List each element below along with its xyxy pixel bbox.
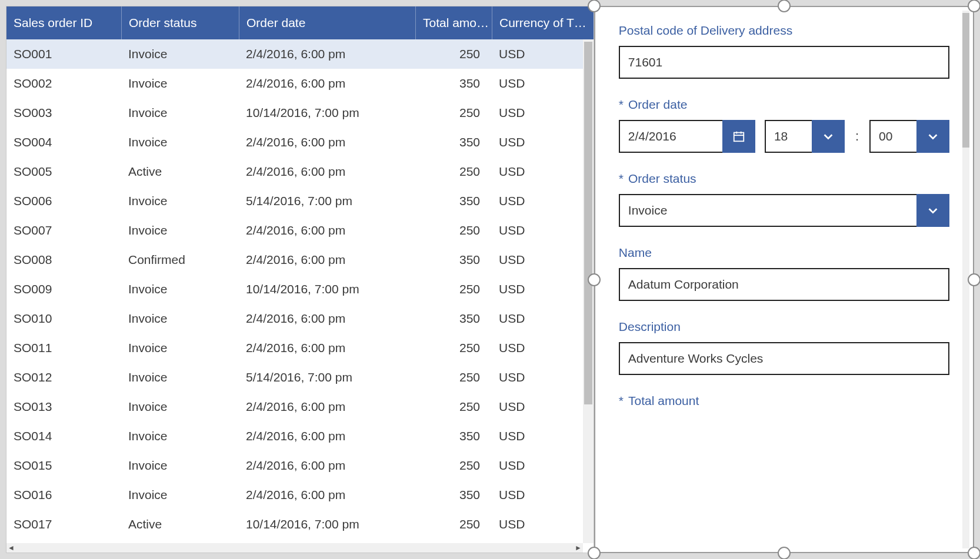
cell-id: SO004 <box>6 135 121 149</box>
table-vertical-scrollbar[interactable] <box>583 39 594 543</box>
column-header-status[interactable]: Order status <box>121 6 239 39</box>
cell-amount: 250 <box>415 370 492 384</box>
table-row[interactable]: SO010Invoice2/4/2016, 6:00 pm350USD <box>6 304 594 333</box>
table-row[interactable]: SO007Invoice2/4/2016, 6:00 pm250USD <box>6 216 594 245</box>
cell-status: Invoice <box>121 47 239 61</box>
table-row[interactable]: SO011Invoice2/4/2016, 6:00 pm250USD <box>6 333 594 363</box>
cell-date: 2/4/2016, 6:00 pm <box>239 135 415 149</box>
minute-dropdown[interactable]: 00 <box>869 120 949 153</box>
cell-currency: USD <box>492 194 594 208</box>
cell-currency: USD <box>492 429 594 443</box>
column-header-id[interactable]: Sales order ID <box>6 6 121 39</box>
table-row[interactable]: SO002Invoice2/4/2016, 6:00 pm350USD <box>6 69 594 98</box>
cell-date: 2/4/2016, 6:00 pm <box>239 47 415 61</box>
cell-id: SO012 <box>6 370 121 384</box>
cell-currency: USD <box>492 106 594 120</box>
cell-date: 5/14/2016, 7:00 pm <box>239 370 415 384</box>
scroll-right-icon[interactable]: ► <box>574 544 583 552</box>
resize-handle[interactable] <box>588 0 601 12</box>
order-date-input[interactable]: 2/4/2016 <box>619 120 755 153</box>
resize-handle[interactable] <box>588 273 601 286</box>
cell-id: SO006 <box>6 194 121 208</box>
resize-handle[interactable] <box>968 0 980 12</box>
cell-date: 2/4/2016, 6:00 pm <box>239 253 415 267</box>
cell-date: 2/4/2016, 6:00 pm <box>239 400 415 414</box>
table-row[interactable]: SO003Invoice10/14/2016, 7:00 pm250USD <box>6 98 594 128</box>
cell-currency: USD <box>492 400 594 414</box>
cell-date: 2/4/2016, 6:00 pm <box>239 312 415 326</box>
description-input[interactable]: Adventure Works Cycles <box>619 342 949 375</box>
calendar-icon[interactable] <box>722 120 755 153</box>
column-header-currency[interactable]: Currency of T… <box>492 6 594 39</box>
cell-amount: 350 <box>415 253 492 267</box>
cell-status: Invoice <box>121 194 239 208</box>
cell-amount: 250 <box>415 282 492 296</box>
chevron-down-icon[interactable] <box>812 120 845 153</box>
cell-date: 10/14/2016, 7:00 pm <box>239 106 415 120</box>
scrollbar-thumb[interactable] <box>584 42 592 404</box>
resize-handle[interactable] <box>588 547 601 559</box>
cell-currency: USD <box>492 223 594 237</box>
order-status-dropdown[interactable]: Invoice <box>619 194 949 227</box>
cell-currency: USD <box>492 135 594 149</box>
table-row[interactable]: SO006Invoice5/14/2016, 7:00 pm350USD <box>6 186 594 216</box>
detail-form-panel: Postal code of Delivery address 71601 * … <box>594 6 974 553</box>
cell-status: Invoice <box>121 341 239 355</box>
resize-handle[interactable] <box>968 547 980 559</box>
sales-order-table: Sales order ID Order status Order date T… <box>6 6 594 553</box>
time-colon: : <box>854 129 860 144</box>
cell-status: Confirmed <box>121 253 239 267</box>
resize-handle[interactable] <box>968 273 980 286</box>
cell-status: Active <box>121 517 239 531</box>
column-header-date[interactable]: Order date <box>239 6 415 39</box>
cell-amount: 350 <box>415 194 492 208</box>
cell-amount: 250 <box>415 517 492 531</box>
chevron-down-icon[interactable] <box>916 120 949 153</box>
svg-rect-0 <box>734 133 744 142</box>
cell-currency: USD <box>492 517 594 531</box>
cell-id: SO015 <box>6 458 121 473</box>
scroll-left-icon[interactable]: ◄ <box>6 544 16 552</box>
cell-id: SO002 <box>6 76 121 91</box>
cell-id: SO013 <box>6 400 121 414</box>
table-row[interactable]: SO008Confirmed2/4/2016, 6:00 pm350USD <box>6 245 594 275</box>
cell-id: SO009 <box>6 282 121 296</box>
cell-currency: USD <box>492 341 594 355</box>
chevron-down-icon[interactable] <box>916 194 949 227</box>
cell-status: Invoice <box>121 370 239 384</box>
cell-status: Invoice <box>121 488 239 502</box>
cell-id: SO010 <box>6 312 121 326</box>
cell-date: 2/4/2016, 6:00 pm <box>239 76 415 91</box>
cell-amount: 350 <box>415 429 492 443</box>
resize-handle[interactable] <box>778 0 791 12</box>
table-row[interactable]: SO004Invoice2/4/2016, 6:00 pm350USD <box>6 128 594 157</box>
table-row[interactable]: SO001Invoice2/4/2016, 6:00 pm250USD <box>6 39 594 69</box>
table-row[interactable]: SO016Invoice2/4/2016, 6:00 pm350USD <box>6 480 594 510</box>
cell-status: Invoice <box>121 76 239 91</box>
table-row[interactable]: SO009Invoice10/14/2016, 7:00 pm250USD <box>6 275 594 304</box>
cell-amount: 350 <box>415 135 492 149</box>
cell-status: Invoice <box>121 223 239 237</box>
table-row[interactable]: SO005Active2/4/2016, 6:00 pm250USD <box>6 157 594 186</box>
order-status-label: * Order status <box>619 172 949 186</box>
cell-currency: USD <box>492 282 594 296</box>
cell-status: Active <box>121 165 239 179</box>
table-horizontal-scrollbar[interactable]: ◄ ► <box>6 543 583 553</box>
hour-dropdown[interactable]: 18 <box>765 120 845 153</box>
cell-amount: 250 <box>415 223 492 237</box>
table-row[interactable]: SO013Invoice2/4/2016, 6:00 pm250USD <box>6 392 594 421</box>
column-header-amount[interactable]: Total amo… <box>415 6 492 39</box>
order-date-label: * Order date <box>619 98 949 112</box>
cell-amount: 250 <box>415 47 492 61</box>
table-row[interactable]: SO014Invoice2/4/2016, 6:00 pm350USD <box>6 421 594 451</box>
name-input[interactable]: Adatum Corporation <box>619 268 949 301</box>
table-row[interactable]: SO015Invoice2/4/2016, 6:00 pm250USD <box>6 451 594 480</box>
cell-id: SO007 <box>6 223 121 237</box>
resize-handle[interactable] <box>778 547 791 559</box>
postal-code-input[interactable]: 71601 <box>619 46 949 79</box>
table-row[interactable]: SO017Active10/14/2016, 7:00 pm250USD <box>6 510 594 539</box>
cell-status: Invoice <box>121 282 239 296</box>
postal-code-label: Postal code of Delivery address <box>619 24 949 38</box>
scrollbar-thumb[interactable] <box>962 13 969 148</box>
table-row[interactable]: SO012Invoice5/14/2016, 7:00 pm250USD <box>6 363 594 392</box>
